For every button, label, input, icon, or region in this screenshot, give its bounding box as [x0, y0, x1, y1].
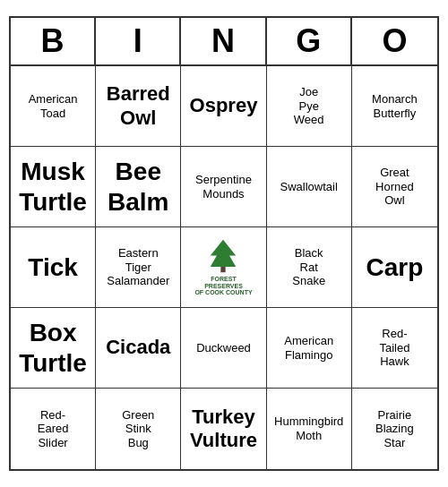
cell-label-24: Prairie Blazing Star	[375, 408, 414, 450]
bingo-cell-16[interactable]: Cicada	[96, 308, 181, 389]
bingo-grid: American ToadBarred OwlOspreyJoe Pye Wee…	[11, 66, 437, 469]
bingo-cell-13[interactable]: Black Rat Snake	[267, 227, 352, 308]
cell-label-15: Box Turtle	[19, 318, 87, 378]
bingo-cell-14[interactable]: Carp	[352, 227, 437, 308]
header-g: G	[267, 18, 352, 64]
bingo-cell-21[interactable]: Green Stink Bug	[96, 389, 181, 469]
bingo-cell-12[interactable]: ForestPreservesof Cook County	[181, 227, 266, 308]
cell-label-14: Carp	[366, 252, 423, 283]
svg-marker-0	[211, 240, 236, 267]
cell-label-8: Swallowtail	[280, 180, 338, 194]
cell-label-7: Serpentine Mounds	[195, 173, 252, 201]
cell-label-1: Barred Owl	[107, 82, 170, 130]
bingo-cell-18[interactable]: American Flamingo	[267, 308, 352, 389]
bingo-cell-17[interactable]: Duckweed	[181, 308, 266, 389]
bingo-cell-2[interactable]: Osprey	[181, 66, 266, 147]
cell-label-13: Black Rat Snake	[292, 246, 325, 288]
header-n: N	[181, 18, 266, 64]
bingo-cell-6[interactable]: Bee Balm	[96, 147, 181, 227]
cell-label-16: Cicada	[106, 336, 170, 359]
bingo-cell-7[interactable]: Serpentine Mounds	[181, 147, 266, 227]
bingo-header: B I N G O	[11, 18, 437, 66]
cell-label-11: Eastern Tiger Salamander	[107, 246, 169, 288]
cell-label-3: Joe Pye Weed	[294, 85, 324, 127]
cell-label-10: Tick	[28, 252, 78, 283]
bingo-cell-20[interactable]: Red- Eared Slider	[11, 389, 96, 469]
header-o: O	[352, 18, 437, 64]
cell-label-17: Duckweed	[196, 341, 251, 355]
cell-label-4: Monarch Butterfly	[372, 92, 418, 120]
bingo-cell-9[interactable]: Great Horned Owl	[352, 147, 437, 227]
bingo-cell-4[interactable]: Monarch Butterfly	[352, 66, 437, 147]
bingo-cell-1[interactable]: Barred Owl	[96, 66, 181, 147]
cell-label-5: Musk Turtle	[19, 157, 87, 217]
bingo-cell-5[interactable]: Musk Turtle	[11, 147, 96, 227]
cell-label-6: Bee Balm	[108, 157, 168, 217]
free-space-logo: ForestPreservesof Cook County	[194, 238, 252, 296]
bingo-card: B I N G O American ToadBarred OwlOspreyJ…	[9, 16, 439, 471]
cell-label-21: Green Stink Bug	[122, 408, 154, 450]
header-b: B	[11, 18, 96, 64]
bingo-cell-11[interactable]: Eastern Tiger Salamander	[96, 227, 181, 308]
cell-label-18: American Flamingo	[284, 334, 333, 362]
cell-label-22: Turkey Vulture	[190, 406, 257, 453]
logo-text: ForestPreservesof Cook County	[194, 276, 252, 296]
bingo-cell-3[interactable]: Joe Pye Weed	[267, 66, 352, 147]
cell-label-9: Great Horned Owl	[375, 166, 414, 208]
bingo-cell-23[interactable]: Hummingbird Moth	[267, 389, 352, 469]
cell-label-0: American Toad	[29, 92, 78, 120]
bingo-cell-10[interactable]: Tick	[11, 227, 96, 308]
cell-label-23: Hummingbird Moth	[274, 414, 343, 442]
bingo-cell-8[interactable]: Swallowtail	[267, 147, 352, 227]
bingo-cell-19[interactable]: Red- Tailed Hawk	[352, 308, 437, 389]
bingo-cell-24[interactable]: Prairie Blazing Star	[352, 389, 437, 469]
cell-label-19: Red- Tailed Hawk	[379, 327, 409, 369]
cell-label-20: Red- Eared Slider	[38, 408, 69, 450]
cell-label-2: Osprey	[190, 94, 258, 117]
bingo-cell-22[interactable]: Turkey Vulture	[181, 389, 266, 469]
header-i: I	[96, 18, 181, 64]
bingo-cell-0[interactable]: American Toad	[11, 66, 96, 147]
bingo-cell-15[interactable]: Box Turtle	[11, 308, 96, 389]
svg-rect-1	[221, 267, 226, 272]
